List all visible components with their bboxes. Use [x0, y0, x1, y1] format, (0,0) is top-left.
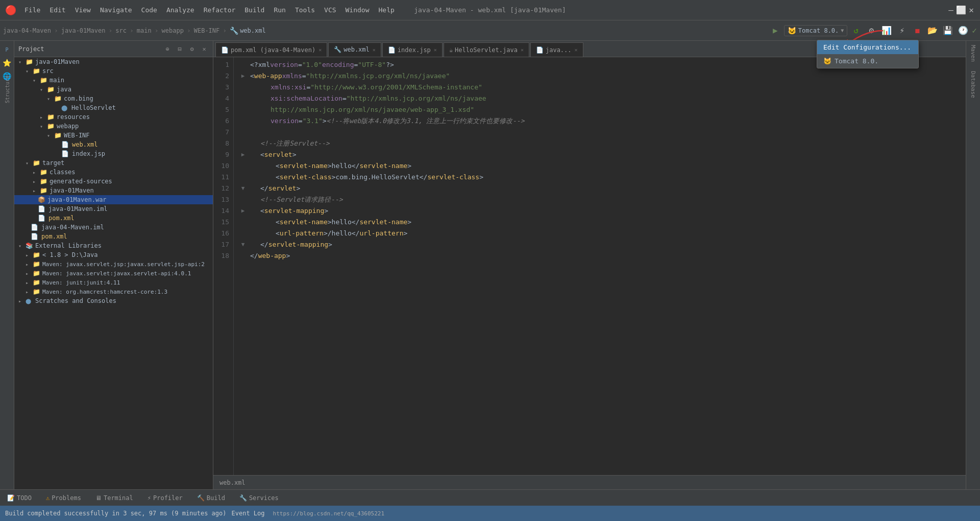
gutter-14[interactable]: ▶ [238, 205, 248, 217]
menu-edit[interactable]: Edit [45, 5, 69, 15]
tab-helloservlet-close[interactable]: ✕ [521, 47, 524, 53]
menu-build[interactable]: Build [240, 5, 268, 15]
tree-item-src[interactable]: ▾ 📁 src [14, 66, 213, 76]
structure-icon[interactable]: Structure [2, 84, 13, 95]
tree-item-webinf[interactable]: ▾ 📁 WEB-INF [14, 131, 213, 140]
profiler-button[interactable]: ⚡ [895, 24, 909, 37]
bottom-tab-services[interactable]: 🔧 Services [236, 493, 282, 503]
tab-java[interactable]: 📄 java... ✕ [530, 42, 583, 57]
stop-button[interactable]: ◼ [911, 24, 924, 37]
tab-webxml-close[interactable]: ✕ [373, 47, 376, 53]
tree-item-pom-root[interactable]: 📄 pom.xml [14, 232, 213, 241]
menu-file[interactable]: File [20, 5, 44, 15]
project-collapse-icon[interactable]: ⊟ [175, 44, 184, 54]
event-log-link[interactable]: Event Log [231, 510, 264, 517]
tree-item-maven-junit[interactable]: ▸ 📁 Maven: junit:junit:4.11 [14, 278, 213, 287]
menu-code[interactable]: Code [137, 5, 161, 15]
history-button[interactable]: 🕐 [957, 24, 970, 37]
breadcrumb-module[interactable]: java-01Maven [61, 27, 106, 34]
settings-button[interactable]: ⚙ [865, 24, 878, 37]
breadcrumb-webinf[interactable]: WEB-INF [194, 27, 220, 34]
tree-item-java01maven-target[interactable]: ▸ 📁 java-01Maven [14, 186, 213, 195]
gutter-2[interactable]: ▶ [238, 70, 248, 82]
bottom-tab-terminal[interactable]: 🖥 Terminal [92, 493, 136, 503]
bottom-tab-profiler[interactable]: ⚡ Profiler [144, 493, 186, 503]
tree-item-scratches[interactable]: ▸ ⬤ Scratches and Consoles [14, 296, 213, 305]
code-text-area[interactable]: <?xml version="1.0" encoding="UTF-8"?> ▶… [234, 57, 966, 475]
tree-item-java04-iml[interactable]: 📄 java-04-Maven.iml [14, 223, 213, 232]
tab-helloservlet[interactable]: ☕ HelloServlet.java ✕ [444, 42, 529, 57]
menu-run[interactable]: Run [270, 5, 289, 15]
coverage-button[interactable]: 📊 [880, 24, 893, 37]
tree-item-generated-sources[interactable]: ▸ 📁 generated-sources [14, 177, 213, 186]
breadcrumb-project[interactable]: java-04-Maven [3, 27, 51, 34]
code-line-13: <!--Servlet请求路径--> [238, 194, 962, 205]
tree-item-indexjsp[interactable]: 📄 index.jsp [14, 149, 213, 158]
save-button[interactable]: 💾 [941, 24, 954, 37]
tree-item-pom-target[interactable]: 📄 pom.xml [14, 214, 213, 223]
tab-java-close[interactable]: ✕ [575, 47, 578, 53]
gutter-17[interactable]: ▼ [238, 239, 248, 250]
edit-configurations-item[interactable]: Edit Configurations... [817, 40, 918, 54]
tree-item-jdk[interactable]: ▸ 📁 < 1.8 > D:\Java [14, 250, 213, 259]
bottom-tab-todo[interactable]: 📝 TODO [4, 493, 35, 503]
tab-webxml[interactable]: 🔧 web.xml ✕ [328, 42, 381, 57]
tree-item-external-libraries[interactable]: ▾ 📚 External Libraries [14, 241, 213, 250]
menu-window[interactable]: Window [341, 5, 374, 15]
tree-item-classes[interactable]: ▸ 📁 classes [14, 168, 213, 177]
breadcrumb-src[interactable]: src [115, 27, 127, 34]
menu-view[interactable]: View [71, 5, 95, 15]
breadcrumb-main[interactable]: main [137, 27, 152, 34]
project-icon[interactable]: P [2, 44, 13, 55]
favorites-icon[interactable]: ⭐ [2, 57, 13, 68]
gutter-9[interactable]: ▶ [238, 149, 248, 160]
tree-item-helloservlet[interactable]: ⬤ HelloServlet [14, 103, 213, 112]
tree-item-maven-hamcrest[interactable]: ▸ 📁 Maven: org.hamcrest:hamcrest-core:1.… [14, 287, 213, 296]
tree-item-iml[interactable]: 📄 java-01Maven.iml [14, 204, 213, 214]
tab-pom-close[interactable]: ✕ [318, 47, 322, 53]
tomcat-config-item[interactable]: 🐱 Tomcat 8.0. [817, 54, 918, 68]
menu-tools[interactable]: Tools [291, 5, 319, 15]
breadcrumb-current[interactable]: 🔧 web.xml [230, 27, 266, 35]
code-content-area[interactable]: 1 2 3 4 5 6 7 8 9 10 11 12 13 14 15 16 1… [213, 57, 966, 475]
menu-help[interactable]: Help [375, 5, 399, 15]
menu-navigate[interactable]: Navigate [96, 5, 136, 15]
tomcat-config-dropdown[interactable]: 🐱 Tomcat 8.0. ▼ [784, 25, 848, 36]
minimize-button[interactable]: — [947, 7, 954, 14]
gutter-12[interactable]: ▼ [238, 183, 248, 194]
tab-indexjsp-close[interactable]: ✕ [434, 47, 437, 53]
tree-item-maven-jsp[interactable]: ▸ 📁 Maven: javax.servlet.jsp:javax.servl… [14, 259, 213, 269]
run-button[interactable]: ▶ [769, 24, 782, 37]
database-panel-toggle[interactable]: Database [968, 67, 978, 102]
maximize-button[interactable]: ⬜ [958, 7, 965, 14]
menu-refactor[interactable]: Refactor [200, 5, 240, 15]
tree-item-webapp[interactable]: ▾ 📁 webapp [14, 122, 213, 131]
tab-indexjsp-icon: 📄 [388, 46, 396, 54]
tree-item-war[interactable]: 📦 java-01Maven.war [14, 195, 213, 204]
menu-analyze[interactable]: Analyze [162, 5, 199, 15]
tree-item-webxml[interactable]: 📄 web.xml [14, 140, 213, 149]
tree-item-java01maven[interactable]: ▾ 📁 java-01Maven [14, 57, 213, 66]
tab-pom[interactable]: 📄 pom.xml (java-04-Maven) ✕ [215, 42, 327, 57]
tab-indexjsp[interactable]: 📄 index.jsp ✕ [382, 42, 443, 57]
close-button[interactable]: ✕ [968, 7, 975, 14]
tree-item-java[interactable]: ▾ 📁 java [14, 85, 213, 94]
tree-item-combing[interactable]: ▾ 📁 com.bing [14, 94, 213, 103]
config-dropdown-menu[interactable]: Edit Configurations... 🐱 Tomcat 8.0. [817, 40, 919, 68]
bottom-tab-build[interactable]: 🔨 Build [194, 493, 228, 503]
breadcrumb-webapp[interactable]: webapp [162, 27, 184, 34]
problems-label: Problems [52, 494, 81, 502]
menu-vcs[interactable]: VCS [320, 5, 340, 15]
project-add-icon[interactable]: ⊕ [163, 44, 172, 54]
tree-item-main[interactable]: ▾ 📁 main [14, 76, 213, 85]
maven-panel-toggle[interactable]: Maven [968, 41, 978, 66]
project-hide-icon[interactable]: ✕ [200, 44, 209, 54]
tree-item-maven-servlet[interactable]: ▸ 📁 Maven: javax.servlet:javax.servlet-a… [14, 269, 213, 278]
bottom-tab-problems[interactable]: ⚠ Problems [43, 493, 84, 503]
project-settings-icon[interactable]: ⚙ [187, 44, 197, 54]
tree-item-target[interactable]: ▾ 📁 target [14, 158, 213, 168]
tree-item-resources[interactable]: ▸ 📁 resources [14, 112, 213, 122]
refresh-config-button[interactable]: ↺ [849, 24, 863, 37]
open-file-button[interactable]: 📂 [926, 24, 939, 37]
tab-helloservlet-label: HelloServlet.java [455, 46, 518, 54]
